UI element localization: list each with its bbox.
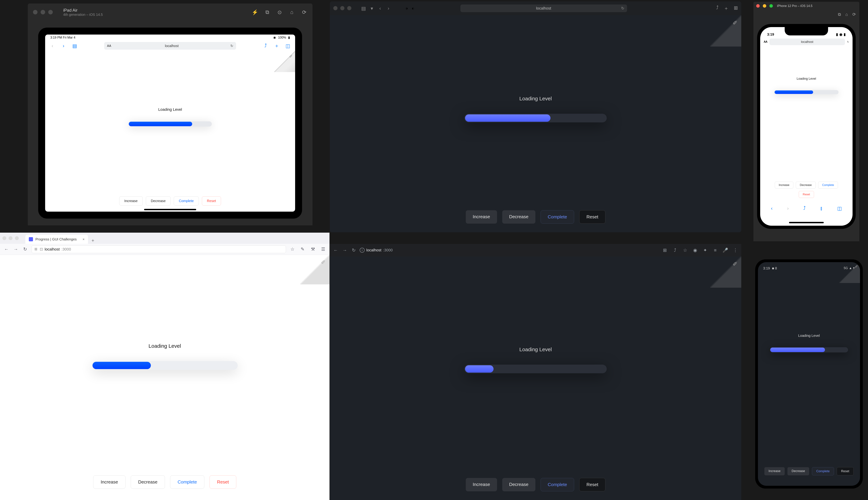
minimize-icon[interactable]: [763, 4, 766, 8]
url-bar[interactable]: localhost: [769, 38, 845, 45]
tab-active[interactable]: Progress | GUI Challenges ×: [25, 235, 88, 244]
maximize-icon[interactable]: [347, 6, 351, 10]
increase-button[interactable]: Increase: [775, 182, 793, 189]
sidebar-button[interactable]: ▤: [71, 42, 79, 50]
share-button[interactable]: ⤴: [803, 206, 806, 211]
back-button[interactable]: ‹: [49, 42, 56, 50]
minimize-icon[interactable]: [9, 236, 12, 240]
devtools-fold-icon[interactable]: [274, 51, 295, 72]
close-tab-icon[interactable]: ×: [83, 237, 85, 241]
url-bar[interactable]: AA localhost ↻: [104, 42, 236, 50]
new-tab-button[interactable]: ＋: [724, 5, 729, 12]
reset-button[interactable]: Reset: [209, 475, 236, 489]
reset-button[interactable]: Reset: [579, 210, 605, 224]
complete-button[interactable]: Complete: [818, 182, 838, 189]
menu-button[interactable]: ☰: [320, 247, 326, 252]
mic-icon[interactable]: 🎤: [722, 247, 728, 253]
decrease-button[interactable]: Decrease: [131, 475, 165, 489]
reset-button[interactable]: Reset: [579, 478, 605, 491]
reload-button[interactable]: ↻: [351, 247, 357, 253]
puzzle-icon[interactable]: ✦: [702, 247, 708, 253]
maximize-icon[interactable]: [769, 4, 773, 8]
back-button[interactable]: ‹: [377, 5, 383, 11]
screenshot-icon[interactable]: ⧉: [838, 12, 841, 17]
share-icon[interactable]: ⤴: [672, 247, 678, 253]
devtools-icon[interactable]: ⚒: [310, 247, 316, 252]
complete-button[interactable]: Complete: [540, 478, 574, 491]
dropdown-icon[interactable]: ▾: [369, 5, 375, 11]
rotate-icon[interactable]: ⟳: [852, 12, 856, 17]
dark-mode-icon[interactable]: ◑: [406, 7, 408, 10]
home-icon[interactable]: ⌂: [845, 12, 848, 17]
decrease-button[interactable]: Decrease: [796, 182, 815, 189]
reset-button[interactable]: Reset: [202, 196, 221, 206]
url-bar[interactable]: ⛨ ⊡ localhost:3000: [32, 246, 286, 253]
reset-button[interactable]: Reset: [799, 191, 814, 198]
maximize-icon[interactable]: [15, 236, 19, 240]
complete-button[interactable]: Complete: [170, 475, 204, 489]
list-icon[interactable]: ≡: [712, 247, 718, 253]
decrease-button[interactable]: Decrease: [502, 210, 535, 224]
increase-button[interactable]: Increase: [466, 478, 497, 491]
toggle-icon[interactable]: ⚡: [252, 9, 258, 15]
minimize-icon[interactable]: [340, 6, 344, 10]
record-icon[interactable]: ⊙: [276, 9, 283, 15]
maximize-icon[interactable]: [48, 10, 53, 14]
share-button[interactable]: ⤴: [262, 42, 270, 50]
complete-button[interactable]: Complete: [174, 196, 199, 206]
reload-icon[interactable]: ↻: [621, 6, 624, 11]
forward-button[interactable]: →: [342, 247, 348, 253]
bookmark-button[interactable]: ☆: [289, 247, 295, 252]
install-app-icon[interactable]: ⊞: [662, 247, 668, 253]
close-icon[interactable]: [756, 4, 760, 8]
close-icon[interactable]: [333, 6, 338, 10]
increase-button[interactable]: Increase: [119, 196, 143, 206]
tabs-button[interactable]: ◫: [284, 42, 292, 50]
url-bar[interactable]: i localhost:3000: [360, 246, 393, 254]
devtools-fold-icon[interactable]: [710, 257, 741, 288]
sidebar-button[interactable]: ▤: [361, 5, 367, 11]
devtools-fold-icon[interactable]: [710, 15, 741, 46]
forward-button[interactable]: ›: [385, 5, 392, 11]
new-tab-button[interactable]: ＋: [273, 42, 281, 50]
forward-button[interactable]: ›: [60, 42, 67, 50]
tabs-button[interactable]: ⊞: [734, 5, 738, 12]
new-tab-button[interactable]: ＋: [89, 237, 96, 244]
increase-button[interactable]: Increase: [466, 210, 497, 224]
devtools-fold-icon[interactable]: [300, 255, 330, 284]
close-icon[interactable]: [33, 10, 37, 14]
reload-icon[interactable]: ↻: [230, 44, 233, 48]
text-size-button[interactable]: AA: [107, 44, 111, 48]
back-button[interactable]: ‹: [771, 206, 773, 211]
menu-button[interactable]: ⋮: [732, 247, 739, 253]
increase-button[interactable]: Increase: [93, 475, 126, 489]
light-mode-icon[interactable]: ◐: [412, 7, 414, 10]
tabs-button[interactable]: ◫: [837, 206, 842, 211]
minimize-icon[interactable]: [41, 10, 45, 14]
text-size-button[interactable]: AA: [764, 40, 767, 43]
decrease-button[interactable]: Decrease: [787, 467, 809, 475]
rotate-icon[interactable]: ⟳: [301, 9, 307, 15]
forward-button[interactable]: →: [13, 247, 19, 252]
site-info-icon[interactable]: i: [360, 248, 365, 253]
shield-icon[interactable]: ⛨: [34, 247, 38, 252]
decrease-button[interactable]: Decrease: [146, 196, 171, 206]
screenshot-icon[interactable]: ⧉: [264, 9, 270, 15]
complete-button[interactable]: Complete: [540, 210, 574, 224]
reload-button[interactable]: ↻: [22, 247, 28, 252]
increase-button[interactable]: Increase: [764, 467, 785, 475]
reset-button[interactable]: Reset: [837, 467, 854, 475]
back-button[interactable]: ←: [3, 247, 9, 252]
eyedropper-icon[interactable]: ✎: [300, 247, 306, 252]
back-button[interactable]: ←: [333, 247, 339, 253]
close-icon[interactable]: [2, 236, 6, 240]
share-button[interactable]: ⤴: [716, 5, 719, 12]
reload-icon[interactable]: ↻: [847, 41, 849, 43]
decrease-button[interactable]: Decrease: [502, 478, 535, 491]
home-icon[interactable]: ⌂: [289, 9, 295, 15]
complete-button[interactable]: Complete: [812, 467, 834, 475]
extension-icon[interactable]: ◉: [692, 247, 698, 253]
forward-button[interactable]: ›: [787, 206, 789, 211]
bookmark-icon[interactable]: ☆: [682, 247, 688, 253]
url-bar[interactable]: localhost ↻: [460, 4, 627, 12]
